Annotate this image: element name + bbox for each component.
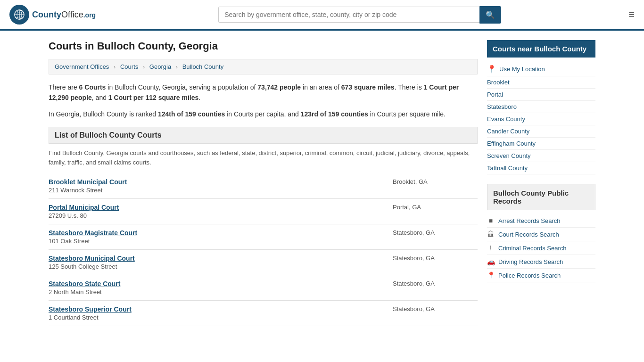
court-address: 101 Oak Street xyxy=(49,238,383,245)
record-link[interactable]: Driving Records Search xyxy=(498,258,563,265)
record-icon: 🚗 xyxy=(487,258,495,265)
public-record-item: 🏛 Court Records Search xyxy=(487,228,595,241)
record-link[interactable]: Arrest Records Search xyxy=(498,217,561,224)
court-address: 2 North Main Street xyxy=(49,288,383,296)
logo-area: CountyOffice.org xyxy=(9,5,96,25)
section-description: Find Bulloch County, Georgia courts and … xyxy=(49,148,478,167)
court-name[interactable]: Statesboro Superior Court xyxy=(49,305,383,313)
court-item-left: Statesboro State Court 2 North Main Stre… xyxy=(49,280,383,296)
court-address: 211 Warnock Street xyxy=(49,187,383,194)
location-icon: 📍 xyxy=(487,65,496,74)
info-paragraph-1: There are 6 Courts in Bulloch County, Ge… xyxy=(49,82,478,103)
breadcrumb-bulloch[interactable]: Bulloch County xyxy=(182,63,223,70)
court-city: Statesboro, GA xyxy=(383,280,478,287)
logo-text: CountyOffice.org xyxy=(32,10,96,20)
court-item: Portal Municipal Court 27209 U.s. 80 Por… xyxy=(49,199,478,224)
court-city: Portal, GA xyxy=(383,204,478,211)
breadcrumb-gov-offices[interactable]: Government Offices xyxy=(55,63,109,70)
court-city: Statesboro, GA xyxy=(383,305,478,313)
nearby-link[interactable]: Effingham County xyxy=(487,138,595,150)
court-name[interactable]: Brooklet Municipal Court xyxy=(49,178,383,186)
public-record-item: 📍 Police Records Search xyxy=(487,269,595,282)
court-city: Brooklet, GA xyxy=(383,178,478,185)
court-name[interactable]: Portal Municipal Court xyxy=(49,204,383,211)
public-record-item: 🚗 Driving Records Search xyxy=(487,255,595,269)
info-paragraph-2: In Georgia, Bulloch County is ranked 124… xyxy=(49,109,478,119)
main-container: Courts in Bulloch County, Georgia Govern… xyxy=(39,31,605,336)
header: CountyOffice.org 🔍 ≡ xyxy=(0,0,644,31)
court-item: Statesboro Magistrate Court 101 Oak Stre… xyxy=(49,224,478,250)
public-record-item: ■ Arrest Records Search xyxy=(487,214,595,228)
court-address: 125 South College Street xyxy=(49,263,383,270)
nearby-link[interactable]: Candler County xyxy=(487,125,595,138)
court-name[interactable]: Statesboro State Court xyxy=(49,280,383,288)
breadcrumb-sep-1: › xyxy=(114,63,116,70)
court-item-left: Portal Municipal Court 27209 U.s. 80 xyxy=(49,204,383,219)
nearby-link[interactable]: Brooklet xyxy=(487,76,595,89)
nearby-link[interactable]: Screven County xyxy=(487,150,595,162)
court-list: Brooklet Municipal Court 211 Warnock Str… xyxy=(49,173,478,326)
record-icon: ■ xyxy=(487,217,495,224)
list-section-header: List of Bulloch County Courts xyxy=(49,127,478,144)
record-icon: 📍 xyxy=(487,272,495,279)
court-item: Statesboro Superior Court 1 Courtland St… xyxy=(49,301,478,326)
area: 673 square miles xyxy=(341,83,395,91)
public-records-title: Bulloch County Public Records xyxy=(487,184,595,210)
record-link[interactable]: Court Records Search xyxy=(498,231,559,238)
per-sqmi: 1 Court per 112 square miles xyxy=(108,94,198,101)
nearby-link[interactable]: Tattnall County xyxy=(487,162,595,174)
court-item-left: Brooklet Municipal Court 211 Warnock Str… xyxy=(49,178,383,194)
court-address: 27209 U.s. 80 xyxy=(49,212,383,219)
search-button[interactable]: 🔍 xyxy=(479,6,501,24)
breadcrumb-georgia[interactable]: Georgia xyxy=(149,63,171,70)
court-item: Statesboro Municipal Court 125 South Col… xyxy=(49,250,478,275)
breadcrumb-courts[interactable]: Courts xyxy=(120,63,138,70)
nearby-link[interactable]: Evans County xyxy=(487,113,595,125)
court-address: 1 Courtland Street xyxy=(49,314,383,321)
court-item-left: Statesboro Magistrate Court 101 Oak Stre… xyxy=(49,229,383,245)
nearby-link[interactable]: Portal xyxy=(487,89,595,101)
court-name[interactable]: Statesboro Magistrate Court xyxy=(49,229,383,237)
breadcrumb-sep-2: › xyxy=(143,63,145,70)
use-location-link[interactable]: Use My Location xyxy=(499,66,545,73)
page-title: Courts in Bulloch County, Georgia xyxy=(49,40,478,52)
search-area: 🔍 xyxy=(218,6,501,24)
menu-button[interactable]: ≡ xyxy=(628,8,635,21)
nearby-links: BrookletPortalStatesboroEvans CountyCand… xyxy=(487,76,595,174)
breadcrumb-sep-3: › xyxy=(176,63,178,70)
court-city: Statesboro, GA xyxy=(383,255,478,262)
court-item: Statesboro State Court 2 North Main Stre… xyxy=(49,275,478,301)
use-my-location[interactable]: 📍 Use My Location xyxy=(487,62,595,76)
nearby-title: Courts near Bulloch County xyxy=(487,40,595,58)
public-records-list: ■ Arrest Records Search 🏛 Court Records … xyxy=(487,214,595,282)
logo-icon xyxy=(9,5,29,25)
court-item-left: Statesboro Municipal Court 125 South Col… xyxy=(49,255,383,270)
breadcrumb: Government Offices › Courts › Georgia › … xyxy=(49,59,478,74)
record-link[interactable]: Criminal Records Search xyxy=(498,245,567,252)
court-name[interactable]: Statesboro Municipal Court xyxy=(49,255,383,262)
content-area: Courts in Bulloch County, Georgia Govern… xyxy=(49,40,478,326)
sidebar: Courts near Bulloch County 📍 Use My Loca… xyxy=(487,40,595,326)
court-count: 6 Courts xyxy=(79,83,106,91)
rank-sqmi: 123rd of 159 counties xyxy=(301,110,368,118)
population: 73,742 people xyxy=(257,83,301,91)
court-item-left: Statesboro Superior Court 1 Courtland St… xyxy=(49,305,383,321)
search-input[interactable] xyxy=(218,7,479,23)
public-records-section: Bulloch County Public Records ■ Arrest R… xyxy=(487,184,595,282)
record-link[interactable]: Police Records Search xyxy=(498,272,561,279)
record-icon: 🏛 xyxy=(487,230,495,238)
nearby-link[interactable]: Statesboro xyxy=(487,101,595,113)
record-icon: ! xyxy=(487,244,495,252)
court-item: Brooklet Municipal Court 211 Warnock Str… xyxy=(49,173,478,199)
rank-capita: 124th of 159 counties xyxy=(158,110,225,118)
court-city: Statesboro, GA xyxy=(383,229,478,236)
public-record-item: ! Criminal Records Search xyxy=(487,241,595,255)
